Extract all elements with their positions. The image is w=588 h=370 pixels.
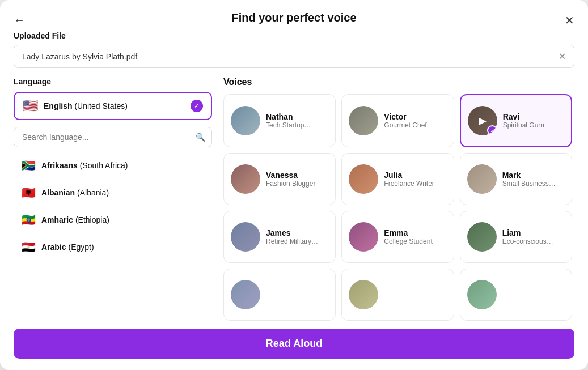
file-section: Uploaded File Lady Lazarus by Sylvia Pla… [0,31,588,77]
voice-info-vanessa: Vanessa Fashion Blogger [266,171,315,188]
language-list: 🇿🇦 Afrikaans (South Africa)🇦🇱 Albanian (… [14,153,212,321]
main-content: Language 🇺🇸 English (United States) ✓ 🔍 … [0,77,588,321]
voice-card-partial-partial1[interactable] [223,269,336,321]
file-section-label: Uploaded File [14,31,574,40]
lang-item-name: Afrikaans (South Africa) [41,161,128,170]
voices-label: Voices [223,77,574,87]
voice-desc: College Student [384,237,432,245]
voice-info-emma: Emma College Student [384,228,432,245]
voice-info-victor: Victor Gourmet Chef [384,112,426,129]
read-aloud-button[interactable]: Read Aloud [14,329,574,359]
language-list-item[interactable]: 🇪🇹 Amharic (Ethiopia) [14,207,210,232]
file-input-row: Lady Lazarus by Sylvia Plath.pdf ✕ [14,45,574,68]
voice-avatar-julia [349,164,378,194]
selected-check-icon: ✓ [191,100,203,112]
voice-avatar-partial [349,280,378,309]
voice-info-ravi: Ravi Spiritual Guru [503,112,544,129]
voice-name: Mark [502,171,556,180]
search-icon: 🔍 [196,133,205,142]
language-panel: Language 🇺🇸 English (United States) ✓ 🔍 … [14,77,212,321]
voice-card-mark[interactable]: Mark Small Business… [460,153,572,205]
language-list-item[interactable]: 🇦🇱 Albanian (Albania) [14,180,210,205]
voice-name: Liam [502,228,553,237]
voice-card-julia[interactable]: Julia Freelance Writer [341,153,454,205]
voice-name: Vanessa [266,171,315,180]
voice-info-nathan: Nathan Tech Startup… [266,112,311,129]
voice-desc: Spiritual Guru [503,121,544,129]
voice-card-vanessa[interactable]: Vanessa Fashion Blogger [223,153,336,205]
voice-info-mark: Mark Small Business… [502,171,556,188]
language-selected[interactable]: 🇺🇸 English (United States) ✓ [14,92,212,120]
file-name: Lady Lazarus by Sylvia Plath.pdf [22,52,559,61]
voice-name: Nathan [266,112,311,121]
lang-flag: 🇪🇹 [22,213,36,227]
lang-item-name: Amharic (Ethiopia) [41,215,109,224]
bottom-bar: Read Aloud [0,321,588,370]
modal-header: ← Find your perfect voice ✕ [0,0,588,31]
voice-desc: Small Business… [502,180,556,188]
voice-avatar-emma [349,222,378,252]
voice-info-julia: Julia Freelance Writer [384,171,434,188]
voice-desc: Gourmet Chef [384,121,426,129]
language-search-input[interactable] [14,127,212,147]
voice-avatar-nathan [231,106,260,135]
voice-desc: Freelance Writer [384,180,434,188]
voice-info-liam: Liam Eco-conscious… [502,228,553,245]
lang-item-name: Arabic (Egypt) [41,243,94,252]
modal-title: Find your perfect voice [231,11,356,24]
voice-name: Ravi [503,112,544,121]
voice-name: Victor [384,112,426,121]
voice-avatar-partial [231,280,260,309]
language-search-wrap: 🔍 [14,127,212,147]
voice-info-james: James Retired Military… [266,228,318,245]
voices-panel: Voices Nathan Tech Startup…Victor Gourme… [223,77,574,321]
voice-desc: Retired Military… [266,237,318,245]
close-button[interactable]: ✕ [562,11,577,29]
voice-card-victor[interactable]: Victor Gourmet Chef [341,94,454,147]
voices-grid: Nathan Tech Startup…Victor Gourmet Chef▶… [223,94,574,321]
voice-avatar-ravi: ▶✓ [468,106,497,135]
voice-name: Julia [384,171,434,180]
voice-avatar-victor [349,106,378,135]
lang-flag: 🇪🇬 [22,240,36,254]
main-modal: ← Find your perfect voice ✕ Uploaded Fil… [0,0,588,370]
voice-avatar-james [231,222,260,252]
lang-flag: 🇿🇦 [22,159,36,172]
voice-name: Emma [384,228,432,237]
voice-avatar-vanessa [231,164,260,194]
back-button[interactable]: ← [11,11,27,29]
voice-card-liam[interactable]: Liam Eco-conscious… [460,211,572,263]
voice-card-partial-partial3[interactable] [460,269,572,321]
lang-flag: 🇦🇱 [22,186,36,199]
language-list-item[interactable]: 🇿🇦 Afrikaans (South Africa) [14,153,210,178]
language-list-item[interactable]: 🇪🇬 Arabic (Egypt) [14,235,210,260]
voice-desc: Eco-conscious… [502,237,553,245]
voice-avatar-liam [467,222,497,252]
lang-item-name: Albanian (Albania) [41,188,109,197]
voice-card-emma[interactable]: Emma College Student [341,211,454,263]
file-clear-button[interactable]: ✕ [559,51,566,62]
language-label: Language [14,77,212,86]
voice-card-james[interactable]: James Retired Military… [223,211,336,263]
voice-card-nathan[interactable]: Nathan Tech Startup… [223,94,336,147]
voice-card-ravi[interactable]: ▶✓Ravi Spiritual Guru [460,94,572,147]
voice-card-partial-partial2[interactable] [341,269,454,321]
voice-name: James [266,228,318,237]
voice-desc: Tech Startup… [266,121,311,129]
selected-flag: 🇺🇸 [23,99,38,113]
voice-selected-check: ✓ [487,125,497,135]
voice-desc: Fashion Blogger [266,180,315,188]
voice-avatar-partial [467,280,497,309]
voice-avatar-mark [467,164,497,194]
selected-lang-name: English (United States) [44,101,185,110]
